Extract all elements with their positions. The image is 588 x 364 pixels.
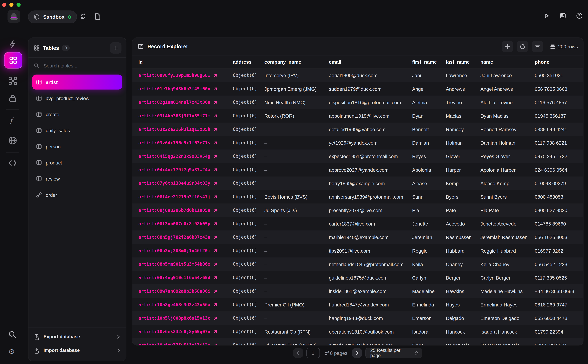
open-record-icon[interactable] xyxy=(213,100,218,104)
table-row[interactable]: artist:08j8eu206b7d6b11u05eObject(6)Jd S… xyxy=(132,203,583,217)
table-row[interactable]: artist:00v8fy339p1m5h98g68wObject(6)Inte… xyxy=(132,69,583,82)
table-row[interactable]: artist:08f4ee21215p3f10s47jObject(6)Bovi… xyxy=(132,190,583,203)
globe-icon[interactable] xyxy=(8,136,17,145)
column-header-phone[interactable]: phone xyxy=(535,59,583,65)
table-item-label: create xyxy=(46,111,59,117)
sidebar-item-explorer[interactable] xyxy=(4,52,22,69)
import-database-button[interactable]: Import database xyxy=(34,344,121,357)
tables-count-badge: 8 xyxy=(62,45,70,51)
open-record-icon[interactable] xyxy=(213,114,218,118)
export-icon xyxy=(34,334,40,340)
cell-name: Jenette Acevedo xyxy=(480,221,535,227)
table-row[interactable]: artist:08l3xb087n0r8i98b05pObject(6)–car… xyxy=(132,217,583,230)
cell-email: yet1926@yandex.com xyxy=(329,140,412,146)
open-record-icon[interactable] xyxy=(213,289,218,293)
play-icon[interactable] xyxy=(543,12,550,19)
table-item-daily_sales[interactable]: daily_sales xyxy=(32,123,122,138)
table-item-create[interactable]: create xyxy=(32,107,122,122)
zap-icon[interactable] xyxy=(8,40,17,49)
search-tables-input[interactable] xyxy=(43,63,108,69)
cell-email: aerial1800@duck.com xyxy=(329,72,412,78)
open-record-icon[interactable] xyxy=(213,316,218,320)
column-header-name[interactable]: name xyxy=(480,59,535,65)
column-header-address[interactable]: address xyxy=(233,59,264,65)
cell-last-name: Hayes xyxy=(446,302,480,307)
open-record-icon[interactable] xyxy=(213,262,218,266)
table-item-order[interactable]: order xyxy=(32,187,122,202)
next-page-button[interactable] xyxy=(352,348,362,358)
column-header-last-name[interactable]: last_name xyxy=(446,59,480,65)
column-header-first-name[interactable]: first_name xyxy=(412,59,446,65)
open-record-icon[interactable] xyxy=(213,330,218,334)
open-record-icon[interactable] xyxy=(213,276,218,280)
column-header-id[interactable]: id xyxy=(139,59,233,65)
table-row[interactable]: artist:04i5qg222n3x9o33v54gObject(6)–exp… xyxy=(132,150,583,163)
filter-icon[interactable] xyxy=(532,41,543,52)
open-record-icon[interactable] xyxy=(213,181,218,185)
table-row[interactable]: artist:08o3oj303m0j1n46l20iObject(6)–tip… xyxy=(132,244,583,257)
open-record-icon[interactable] xyxy=(213,127,218,131)
column-header-email[interactable]: email xyxy=(329,59,412,65)
table-row[interactable]: artist:04x4oc779l7g9a37w24aObject(6)–app… xyxy=(132,163,583,176)
table-row[interactable]: artist:02g1sm014n0l7x43t36nObject(6)Nmc … xyxy=(132,96,583,109)
table-row[interactable]: artist:10a8ge463s3d3z43x56aObject(6)Prem… xyxy=(132,298,583,311)
table-item-person[interactable]: person xyxy=(32,139,122,154)
column-header-company-name[interactable]: company_name xyxy=(264,59,329,65)
table-row[interactable]: artist:10b5lj008p8x6s15v13cObject(6)–han… xyxy=(132,311,583,325)
row-count-label: 200 rows xyxy=(558,44,578,49)
table-item-artist[interactable]: artist xyxy=(32,75,122,90)
table-row[interactable]: artist:03z2ca216k3l1q13z35hObject(6)–det… xyxy=(132,123,583,136)
news-icon[interactable] xyxy=(560,12,566,19)
add-table-button[interactable] xyxy=(110,42,121,53)
cell-first-name: Bennett xyxy=(412,127,446,132)
refresh-icon[interactable] xyxy=(517,41,528,52)
lock-icon[interactable] xyxy=(8,94,17,103)
cell-company-name: Rotork (ROR) xyxy=(264,113,329,119)
open-record-icon[interactable] xyxy=(213,208,218,212)
open-record-icon[interactable] xyxy=(213,141,218,145)
cell-company-name: – xyxy=(264,221,329,227)
cell-first-name: Raney xyxy=(412,342,446,345)
table-item-avg_product_review[interactable]: avg_product_review xyxy=(32,91,122,106)
sync-icon[interactable] xyxy=(80,13,86,20)
table-row[interactable]: artist:01e7bg943k6h3f45m60nObject(6)Jpmo… xyxy=(132,82,583,96)
table-icon xyxy=(36,79,42,85)
table-row[interactable]: artist:10view775v5i1e17i12vObject(6)Uk C… xyxy=(132,338,583,345)
code-icon[interactable] xyxy=(8,158,17,168)
record-id-cell: artist:03l4hb363j3f1v55i71m xyxy=(139,113,233,118)
table-item-product[interactable]: product xyxy=(32,155,122,170)
search-icon[interactable] xyxy=(8,331,17,339)
table-row[interactable]: artist:08p5mm901t5u3m54b06xObject(6)–net… xyxy=(132,257,583,271)
page-number-input[interactable] xyxy=(306,348,320,358)
table-row[interactable]: artist:08r4ng910c1f6o54z65dObject(6)–gui… xyxy=(132,271,583,285)
results-per-page-select[interactable]: 25 Results per page xyxy=(365,348,422,358)
open-record-icon[interactable] xyxy=(213,343,218,345)
open-record-icon[interactable] xyxy=(213,73,218,78)
import-icon xyxy=(34,347,40,354)
open-record-icon[interactable] xyxy=(213,235,218,239)
table-row[interactable]: artist:09w7sn092a8p3k58n06iObject(6)–ins… xyxy=(132,285,583,298)
help-icon[interactable] xyxy=(576,12,583,19)
table-row[interactable]: artist:08n5gj782f2a6k37z43eObject(6)–mar… xyxy=(132,230,583,244)
designer-icon[interactable] xyxy=(8,77,17,85)
environment-selector[interactable]: Sandbox xyxy=(28,11,77,23)
open-record-icon[interactable] xyxy=(213,195,218,199)
table-row[interactable]: artist:03z6dx756c9x1f63e71sObject(6)–yet… xyxy=(132,136,583,150)
table-row[interactable]: artist:07y6tb130e4u9r34t03yObject(6)–ber… xyxy=(132,176,583,190)
file-icon[interactable] xyxy=(94,13,100,20)
open-record-icon[interactable] xyxy=(213,168,218,172)
table-row[interactable]: artist:10v6ek232s8j8y65q07aObject(6)Rest… xyxy=(132,325,583,338)
gear-icon[interactable]: ⚙ xyxy=(8,348,15,355)
open-record-icon[interactable] xyxy=(213,303,218,307)
previous-page-button[interactable] xyxy=(293,348,303,358)
add-record-button[interactable] xyxy=(502,41,513,52)
open-record-icon[interactable] xyxy=(213,249,218,253)
open-record-icon[interactable] xyxy=(213,87,218,91)
open-record-icon[interactable] xyxy=(213,222,218,226)
functions-icon[interactable]: ƒ xyxy=(10,117,12,124)
table-row[interactable]: artist:03l4hb363j3f1v55i71mObject(6)Roto… xyxy=(132,109,583,123)
open-record-icon[interactable] xyxy=(213,154,218,158)
sidebar-rail: ƒ ⚙ xyxy=(0,0,26,364)
export-database-button[interactable]: Export database xyxy=(34,330,121,344)
table-item-review[interactable]: review xyxy=(32,171,122,186)
